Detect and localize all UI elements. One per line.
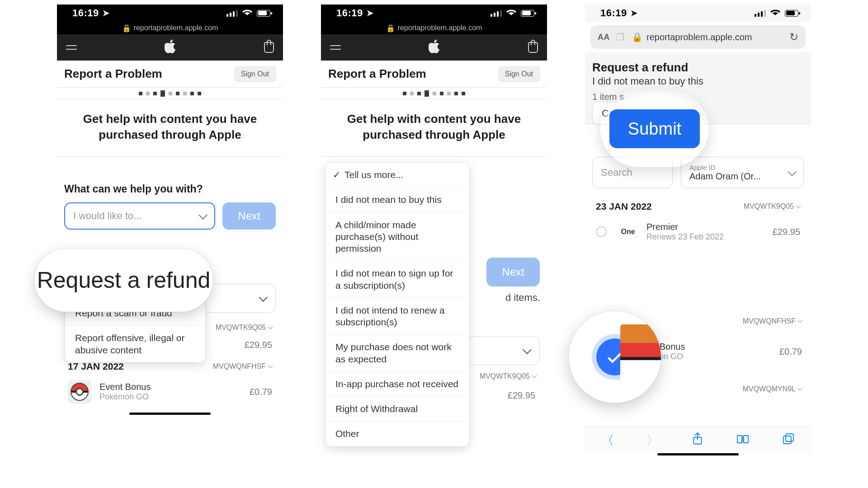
- order-id-text: MVQWQNFHSF: [213, 362, 266, 371]
- status-bar: 16:19 ➤: [321, 5, 547, 22]
- safari-url-dark[interactable]: 🔒 reportaproblem.apple.com: [57, 22, 283, 34]
- line-item-price: £0.79: [250, 387, 272, 397]
- lock-icon: 🔒: [122, 24, 131, 33]
- apple-logo-icon[interactable]: [429, 40, 440, 55]
- menu-icon[interactable]: [330, 45, 341, 50]
- dropdown-item[interactable]: Other: [326, 421, 469, 446]
- bookmarks-icon[interactable]: [736, 433, 750, 448]
- search-placeholder: Search: [601, 167, 632, 178]
- cellular-icon: [755, 9, 766, 17]
- order-id-text: MVQWTK9Q05: [744, 202, 794, 211]
- battery-icon: [521, 10, 534, 17]
- chevron-down-icon: [796, 203, 801, 208]
- line-item-title: Event Bonus: [99, 382, 241, 392]
- next-button[interactable]: Next: [222, 202, 276, 230]
- bag-icon[interactable]: [264, 42, 274, 53]
- back-icon[interactable]: 〈: [601, 432, 614, 449]
- chevron-down-icon: [532, 373, 537, 378]
- tabs-icon[interactable]: [782, 433, 795, 448]
- status-bar: 16:19 ➤: [57, 5, 283, 22]
- chevron-down-icon: [268, 324, 273, 329]
- battery-icon: [257, 10, 270, 17]
- account-select-label: Apple ID: [689, 164, 761, 171]
- pokeball-icon: [71, 383, 89, 401]
- wifi-icon: [506, 9, 516, 18]
- battery-icon: [785, 10, 798, 17]
- bag-icon[interactable]: [528, 42, 538, 53]
- reason-select-placeholder: I would like to...: [73, 210, 142, 222]
- safari-url-text: reportaproblem.apple.com: [646, 32, 752, 42]
- account-select-value: Adam Oram (Or...: [689, 171, 761, 182]
- chevron-down-icon: [268, 363, 273, 368]
- order-id-text: MVQWTK9Q05: [480, 372, 530, 380]
- zoom-callout-selected: [569, 311, 661, 403]
- dropdown-item[interactable]: In-app purchase not received: [326, 371, 469, 396]
- reader-icon[interactable]: AA: [598, 33, 610, 42]
- order-id[interactable]: MVQWQNFHSF: [743, 317, 802, 325]
- safari-url-dark[interactable]: 🔒 reportaproblem.apple.com: [321, 22, 547, 34]
- submit-button[interactable]: Submit: [609, 109, 700, 148]
- dropdown-item[interactable]: Report offensive, illegal or abusive con…: [65, 325, 205, 362]
- extension-icon[interactable]: ❒: [616, 32, 624, 42]
- zoom-refund-text: Request a refund: [37, 267, 211, 293]
- items-suffix-text: d items.: [505, 292, 540, 304]
- next-button[interactable]: Next: [486, 258, 540, 286]
- apple-global-nav: [57, 34, 283, 61]
- refund-title: Request a refund: [592, 61, 804, 75]
- pokeball-icon: [620, 324, 661, 379]
- refund-reason: I did not mean to buy this: [592, 75, 804, 87]
- app-thumb: One: [615, 220, 638, 244]
- lock-icon: 🔒: [632, 32, 643, 42]
- home-indicator[interactable]: [657, 453, 739, 455]
- dropdown-item[interactable]: Right of Withdrawal: [326, 396, 469, 421]
- order-id[interactable]: MVQWQNFHSF: [213, 362, 272, 371]
- share-icon[interactable]: [692, 432, 703, 449]
- censored-email: [57, 88, 283, 99]
- order-id-text: MVQWQNFHSF: [743, 317, 796, 325]
- line-item[interactable]: Event Bonus Pokémon GO £0.79: [64, 375, 276, 408]
- page-title: Report a Problem: [328, 67, 426, 81]
- dropdown-item[interactable]: I did not mean to sign up for a subscrip…: [326, 261, 469, 298]
- chevron-down-icon: [797, 385, 802, 390]
- account-select[interactable]: Apple ID Adam Oram (Or...: [681, 157, 804, 188]
- location-icon: ➤: [631, 8, 638, 18]
- line-item-subtitle: Pokémon GO: [99, 392, 241, 402]
- status-time: 16:19: [600, 7, 627, 19]
- page-title: Report a Problem: [64, 67, 162, 81]
- app-thumb: [68, 380, 91, 404]
- safari-url-text: reportaproblem.apple.com: [398, 24, 482, 32]
- order-id[interactable]: MVQWQMYN9L: [743, 385, 802, 393]
- dropdown-item[interactable]: A child/minor made purchase(s) without p…: [326, 212, 469, 261]
- sign-out-button[interactable]: Sign Out: [234, 66, 276, 82]
- order-date: 17 JAN 2022: [68, 361, 124, 372]
- line-item-price: £0.79: [779, 347, 802, 357]
- wifi-icon: [770, 9, 780, 18]
- reason-select[interactable]: I would like to...: [64, 202, 215, 230]
- question-label: What can we help you with?: [64, 183, 276, 195]
- refresh-icon[interactable]: ↻: [789, 31, 798, 43]
- safari-url-text: reportaproblem.apple.com: [134, 24, 218, 32]
- safari-url-light[interactable]: AA ❒ 🔒 reportaproblem.apple.com ↻: [590, 25, 806, 49]
- lock-icon: 🔒: [386, 24, 395, 33]
- forward-icon: 〉: [646, 432, 659, 449]
- line-item-subtitle: Renews 23 Feb 2022: [646, 232, 764, 242]
- dropdown-item[interactable]: I did not intend to renew a subscription…: [326, 298, 469, 335]
- order-id[interactable]: MVQWTK9Q05: [744, 202, 800, 211]
- help-heading: Get help with content you have purchased…: [57, 99, 283, 157]
- status-time: 16:19: [336, 7, 363, 19]
- dropdown-item[interactable]: I did not mean to buy this: [326, 187, 469, 212]
- menu-icon[interactable]: [66, 45, 77, 50]
- order-id[interactable]: MVQWTK9Q05: [216, 324, 272, 332]
- cellular-icon: [491, 9, 502, 17]
- svg-rect-2: [783, 436, 791, 444]
- home-indicator[interactable]: [129, 413, 211, 415]
- sign-out-button[interactable]: Sign Out: [498, 66, 540, 82]
- dropdown-item[interactable]: My purchase does not work as expected: [326, 334, 469, 371]
- line-item[interactable]: One Premier Renews 23 Feb 2022 £29.95: [592, 216, 804, 248]
- radio-unselected[interactable]: [596, 226, 607, 237]
- apple-one-label: One: [621, 228, 635, 236]
- order-id[interactable]: MVQWTK9Q05: [480, 372, 536, 380]
- dropdown-item-selected[interactable]: Tell us more...: [326, 163, 469, 187]
- tell-us-more-dropdown[interactable]: Tell us more... I did not mean to buy th…: [326, 163, 469, 446]
- apple-logo-icon[interactable]: [165, 40, 176, 55]
